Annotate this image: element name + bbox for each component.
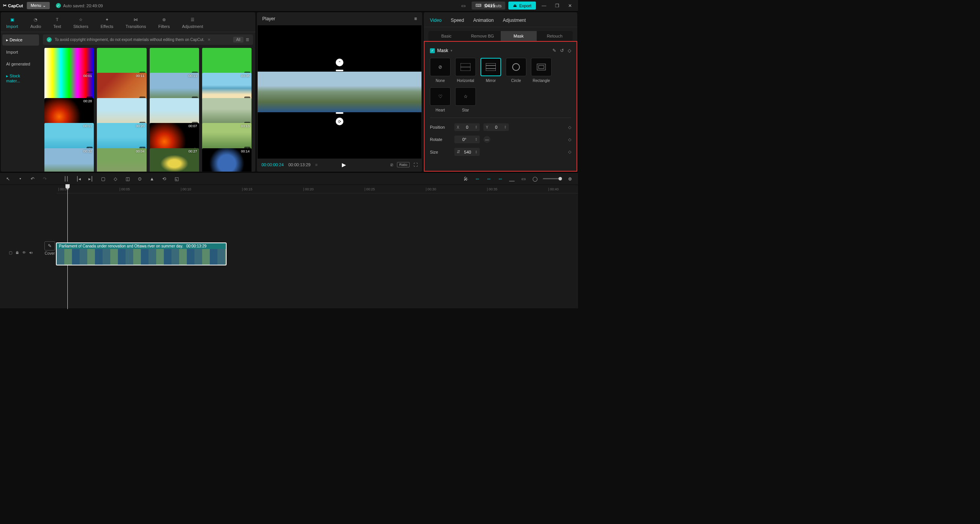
zoom-out-icon[interactable]: ◯	[531, 176, 538, 182]
keyframe-rotate-icon[interactable]: ◇	[568, 137, 571, 142]
filter-all-button[interactable]: All	[233, 37, 243, 43]
ratio-button[interactable]: Ratio	[397, 162, 410, 167]
mask-star[interactable]: ☆	[455, 87, 476, 106]
close-button[interactable]: ✕	[565, 2, 575, 10]
player-viewport[interactable]: ⌃ ⟳	[258, 25, 421, 159]
maximize-button[interactable]: ❐	[552, 2, 562, 10]
keyframe-mask-icon[interactable]: ◇	[568, 48, 571, 53]
tab-stickers[interactable]: ☆Stickers	[71, 15, 91, 32]
subtab-basic[interactable]: Basic	[428, 31, 464, 41]
reset-mask-icon[interactable]: ↺	[560, 48, 564, 53]
rotate-dial[interactable]: —	[483, 136, 490, 143]
sidebar-item-stock[interactable]: ▸ Stock mater...	[2, 70, 39, 86]
mask-top-handle[interactable]: ⌃	[336, 59, 343, 66]
filter-icon[interactable]: ☰	[246, 38, 249, 42]
rotate-tool[interactable]: ⟲	[161, 176, 168, 182]
timeline-ruler[interactable]: | 00:00| 00:05| 00:10| 00:15| 00:20| 00:…	[57, 185, 578, 193]
mask-top-line[interactable]	[336, 70, 343, 71]
tab-text[interactable]: TText	[51, 15, 63, 32]
split-tool[interactable]: ⎮⎮	[63, 176, 70, 182]
mask-circle[interactable]	[506, 58, 526, 76]
player-menu-icon[interactable]: ≡	[414, 16, 417, 21]
position-x-input[interactable]: X0▲▼	[454, 123, 480, 131]
reverse-tool[interactable]: ⊙	[136, 176, 143, 182]
minimize-button[interactable]: —	[539, 2, 549, 10]
undo-button[interactable]: ↶	[29, 176, 36, 182]
mask-checkbox[interactable]: ✓	[430, 48, 435, 53]
stepper-icon[interactable]: ▲▼	[504, 125, 506, 129]
subtab-retouch[interactable]: Retouch	[537, 31, 573, 41]
track-settings-icon[interactable]: ▢	[9, 251, 12, 255]
snap-icon[interactable]: ▫▫	[474, 176, 481, 182]
media-thumbnail[interactable]: 00:14⬇	[202, 148, 252, 172]
sidebar-item-ai[interactable]: AI generated	[2, 59, 39, 69]
edit-mask-icon[interactable]: ✎	[552, 48, 556, 53]
tab-transitions[interactable]: ⋈Transitions	[123, 15, 148, 32]
crop-tool[interactable]: ◫	[124, 176, 131, 182]
mask-heart[interactable]: ♡	[430, 87, 451, 106]
tab-speed[interactable]: Speed	[451, 18, 464, 23]
tab-adjustment-inspector[interactable]: Adjustment	[503, 18, 526, 23]
split-right-tool[interactable]: ▸⎮	[87, 176, 94, 182]
media-thumbnail[interactable]: 00:04⬇	[97, 148, 146, 172]
split-left-tool[interactable]: ⎮◂	[75, 176, 82, 182]
stepper-icon[interactable]: ▲▼	[475, 150, 477, 154]
subtab-removebg[interactable]: Remove BG	[464, 31, 500, 41]
subtab-mask[interactable]: Mask	[501, 31, 537, 41]
redo-button[interactable]: ↷	[41, 176, 48, 182]
track-mute-icon[interactable]: 🔊︎	[29, 251, 33, 255]
mask-mirror[interactable]	[480, 58, 501, 76]
menu-button[interactable]: Menu ⌄	[27, 2, 50, 9]
mic-icon[interactable]: 🎤︎	[462, 176, 469, 182]
mask-rotate-handle[interactable]: ⟳	[336, 118, 343, 125]
tab-import[interactable]: ▣Import	[4, 15, 20, 32]
track-visible-icon[interactable]: 👁	[22, 251, 26, 255]
list-icon[interactable]: ≡	[315, 162, 317, 167]
stepper-icon[interactable]: ▲▼	[475, 138, 477, 141]
magnet-icon[interactable]: ▫▫	[485, 176, 492, 182]
compare-icon[interactable]: ⎚	[390, 162, 393, 167]
close-warning-icon[interactable]: ✕	[207, 38, 211, 42]
mask-none[interactable]: ⊘	[430, 58, 451, 76]
zoom-fit-icon[interactable]: ⊕	[567, 176, 573, 182]
mask-horizontal[interactable]	[455, 58, 476, 76]
marker-tool[interactable]: ◇	[112, 176, 119, 182]
media-thumbnail[interactable]: 00:32⬇	[44, 148, 94, 172]
tab-video[interactable]: Video	[430, 18, 441, 23]
freeze-tool[interactable]: ◱	[173, 176, 180, 182]
mask-bottom-line[interactable]	[336, 112, 343, 114]
preview-icon[interactable]: ▭	[520, 176, 527, 182]
cover-button[interactable]: ✎	[44, 241, 55, 251]
mask-rectangle[interactable]	[531, 58, 552, 76]
sidebar-item-device[interactable]: ▸ Device	[2, 34, 39, 46]
track-lock-icon[interactable]: 🔒︎	[15, 251, 19, 255]
keyframe-size-icon[interactable]: ◇	[568, 149, 571, 154]
dropdown-icon[interactable]: ▾	[17, 177, 24, 180]
link-icon[interactable]: ▫▫	[497, 176, 504, 182]
timeline-tracks[interactable]: Parliament of Canada under renovation an…	[55, 193, 578, 308]
delete-tool[interactable]: ▢	[100, 176, 106, 182]
stepper-icon[interactable]: ▲▼	[475, 125, 477, 129]
export-button[interactable]: ⏏ Export	[508, 2, 536, 10]
mirror-tool[interactable]: ▲	[149, 176, 155, 182]
video-clip[interactable]: Parliament of Canada under renovation an…	[56, 242, 227, 265]
fullscreen-icon[interactable]: ⛶	[413, 162, 418, 167]
tab-filters[interactable]: ⊛Filters	[156, 15, 172, 32]
tab-effects[interactable]: ✦Effects	[98, 15, 116, 32]
media-thumbnail[interactable]: 00:27⬇	[150, 148, 199, 172]
layout-button[interactable]: ▭	[459, 2, 469, 10]
sidebar-item-import[interactable]: Import	[2, 47, 39, 57]
tab-animation[interactable]: Animation	[473, 18, 493, 23]
play-button[interactable]: ▶	[342, 162, 346, 168]
position-y-input[interactable]: Y0▲▼	[483, 123, 509, 131]
keyframe-position-icon[interactable]: ◇	[568, 125, 571, 130]
zoom-slider[interactable]	[543, 178, 562, 179]
rotate-input[interactable]: 0°▲▼	[454, 136, 480, 143]
inspector-tabs: Video Speed Animation Adjustment	[424, 12, 577, 27]
tab-audio[interactable]: ◔Audio	[28, 15, 43, 32]
size-input[interactable]: ⇵540▲▼	[454, 148, 480, 156]
tab-adjustment[interactable]: ☰Adjustment	[180, 15, 205, 32]
chevron-down-icon[interactable]: ▾	[451, 49, 452, 52]
pointer-tool[interactable]: ↖	[5, 176, 11, 182]
align-icon[interactable]: ⎯⎯	[508, 176, 515, 182]
